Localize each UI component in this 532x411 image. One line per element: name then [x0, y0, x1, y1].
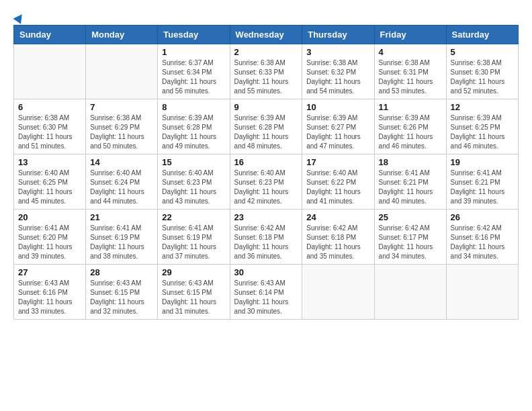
cell-content: Sunrise: 6:41 AM Sunset: 6:19 PM Dayligh… [162, 224, 225, 261]
day-number: 12 [451, 102, 514, 112]
calendar-cell: 14Sunrise: 6:40 AM Sunset: 6:24 PM Dayli… [86, 154, 158, 210]
cell-content: Sunrise: 6:39 AM Sunset: 6:28 PM Dayligh… [162, 113, 225, 151]
calendar-cell: 19Sunrise: 6:41 AM Sunset: 6:21 PM Dayli… [446, 154, 518, 210]
day-number: 19 [451, 157, 514, 167]
calendar-cell: 9Sunrise: 6:39 AM Sunset: 6:28 PM Daylig… [230, 99, 302, 154]
calendar-cell: 20Sunrise: 6:41 AM Sunset: 6:20 PM Dayli… [14, 210, 86, 265]
calendar: SundayMondayTuesdayWednesdayThursdayFrid… [13, 25, 519, 320]
calendar-cell: 11Sunrise: 6:39 AM Sunset: 6:26 PM Dayli… [374, 99, 446, 154]
day-number: 10 [306, 102, 369, 112]
calendar-cell: 18Sunrise: 6:41 AM Sunset: 6:21 PM Dayli… [374, 154, 446, 210]
header [13, 13, 519, 18]
day-number: 26 [451, 212, 514, 222]
cell-content: Sunrise: 6:38 AM Sunset: 6:32 PM Dayligh… [306, 58, 369, 96]
day-number: 16 [234, 157, 298, 167]
calendar-cell: 17Sunrise: 6:40 AM Sunset: 6:22 PM Dayli… [302, 154, 374, 210]
day-number: 5 [451, 47, 514, 57]
cell-content: Sunrise: 6:39 AM Sunset: 6:28 PM Dayligh… [234, 113, 298, 151]
day-number: 28 [90, 267, 153, 277]
day-number: 22 [162, 212, 225, 222]
calendar-cell [374, 265, 446, 320]
calendar-cell: 12Sunrise: 6:39 AM Sunset: 6:25 PM Dayli… [446, 99, 518, 154]
day-number: 17 [306, 157, 369, 167]
cell-content: Sunrise: 6:37 AM Sunset: 6:34 PM Dayligh… [162, 58, 225, 96]
cell-content: Sunrise: 6:42 AM Sunset: 6:17 PM Dayligh… [379, 224, 442, 261]
col-header-thursday: Thursday [302, 26, 374, 44]
calendar-cell: 4Sunrise: 6:38 AM Sunset: 6:31 PM Daylig… [374, 44, 446, 99]
cell-content: Sunrise: 6:38 AM Sunset: 6:30 PM Dayligh… [18, 113, 81, 151]
week-row-3: 13Sunrise: 6:40 AM Sunset: 6:25 PM Dayli… [14, 154, 519, 210]
day-number: 2 [234, 47, 298, 57]
day-number: 3 [306, 47, 369, 57]
calendar-cell: 1Sunrise: 6:37 AM Sunset: 6:34 PM Daylig… [158, 44, 230, 99]
day-number: 11 [379, 102, 442, 112]
calendar-cell: 2Sunrise: 6:38 AM Sunset: 6:33 PM Daylig… [230, 44, 302, 99]
day-number: 21 [90, 212, 153, 222]
cell-content: Sunrise: 6:38 AM Sunset: 6:31 PM Dayligh… [379, 58, 442, 96]
day-number: 18 [379, 157, 442, 167]
calendar-cell: 3Sunrise: 6:38 AM Sunset: 6:32 PM Daylig… [302, 44, 374, 99]
day-number: 6 [18, 102, 81, 112]
calendar-cell: 29Sunrise: 6:43 AM Sunset: 6:15 PM Dayli… [158, 265, 230, 320]
week-row-2: 6Sunrise: 6:38 AM Sunset: 6:30 PM Daylig… [14, 99, 519, 154]
cell-content: Sunrise: 6:41 AM Sunset: 6:20 PM Dayligh… [18, 224, 81, 261]
cell-content: Sunrise: 6:42 AM Sunset: 6:16 PM Dayligh… [451, 224, 514, 261]
cell-content: Sunrise: 6:43 AM Sunset: 6:16 PM Dayligh… [18, 279, 81, 316]
cell-content: Sunrise: 6:39 AM Sunset: 6:25 PM Dayligh… [451, 113, 514, 151]
week-row-1: 1Sunrise: 6:37 AM Sunset: 6:34 PM Daylig… [14, 44, 519, 99]
calendar-cell: 27Sunrise: 6:43 AM Sunset: 6:16 PM Dayli… [14, 265, 86, 320]
cell-content: Sunrise: 6:40 AM Sunset: 6:23 PM Dayligh… [162, 169, 225, 206]
day-number: 14 [90, 157, 153, 167]
calendar-cell [86, 44, 158, 99]
week-row-4: 20Sunrise: 6:41 AM Sunset: 6:20 PM Dayli… [14, 210, 519, 265]
day-number: 7 [90, 102, 153, 112]
cell-content: Sunrise: 6:43 AM Sunset: 6:15 PM Dayligh… [90, 279, 153, 316]
col-header-saturday: Saturday [446, 26, 518, 44]
day-number: 29 [162, 267, 225, 277]
calendar-cell: 23Sunrise: 6:42 AM Sunset: 6:18 PM Dayli… [230, 210, 302, 265]
calendar-cell: 25Sunrise: 6:42 AM Sunset: 6:17 PM Dayli… [374, 210, 446, 265]
calendar-cell: 21Sunrise: 6:41 AM Sunset: 6:19 PM Dayli… [86, 210, 158, 265]
week-row-5: 27Sunrise: 6:43 AM Sunset: 6:16 PM Dayli… [14, 265, 519, 320]
logo-arrow-icon [13, 11, 26, 24]
day-number: 27 [18, 267, 81, 277]
day-number: 23 [234, 212, 298, 222]
cell-content: Sunrise: 6:39 AM Sunset: 6:27 PM Dayligh… [306, 113, 369, 151]
cell-content: Sunrise: 6:42 AM Sunset: 6:18 PM Dayligh… [306, 224, 369, 261]
calendar-cell: 24Sunrise: 6:42 AM Sunset: 6:18 PM Dayli… [302, 210, 374, 265]
calendar-cell: 26Sunrise: 6:42 AM Sunset: 6:16 PM Dayli… [446, 210, 518, 265]
calendar-cell: 30Sunrise: 6:43 AM Sunset: 6:14 PM Dayli… [230, 265, 302, 320]
cell-content: Sunrise: 6:40 AM Sunset: 6:22 PM Dayligh… [306, 169, 369, 206]
cell-content: Sunrise: 6:38 AM Sunset: 6:30 PM Dayligh… [451, 58, 514, 96]
logo [13, 13, 24, 18]
cell-content: Sunrise: 6:38 AM Sunset: 6:29 PM Dayligh… [90, 113, 153, 151]
cell-content: Sunrise: 6:41 AM Sunset: 6:21 PM Dayligh… [451, 169, 514, 206]
day-number: 15 [162, 157, 225, 167]
day-number: 8 [162, 102, 225, 112]
cell-content: Sunrise: 6:38 AM Sunset: 6:33 PM Dayligh… [234, 58, 298, 96]
col-header-friday: Friday [374, 26, 446, 44]
calendar-cell: 22Sunrise: 6:41 AM Sunset: 6:19 PM Dayli… [158, 210, 230, 265]
cell-content: Sunrise: 6:42 AM Sunset: 6:18 PM Dayligh… [234, 224, 298, 261]
calendar-cell: 8Sunrise: 6:39 AM Sunset: 6:28 PM Daylig… [158, 99, 230, 154]
cell-content: Sunrise: 6:41 AM Sunset: 6:19 PM Dayligh… [90, 224, 153, 261]
calendar-cell: 15Sunrise: 6:40 AM Sunset: 6:23 PM Dayli… [158, 154, 230, 210]
cell-content: Sunrise: 6:41 AM Sunset: 6:21 PM Dayligh… [379, 169, 442, 206]
day-number: 13 [18, 157, 81, 167]
col-header-tuesday: Tuesday [158, 26, 230, 44]
day-number: 20 [18, 212, 81, 222]
calendar-cell: 6Sunrise: 6:38 AM Sunset: 6:30 PM Daylig… [14, 99, 86, 154]
calendar-cell: 28Sunrise: 6:43 AM Sunset: 6:15 PM Dayli… [86, 265, 158, 320]
calendar-cell: 13Sunrise: 6:40 AM Sunset: 6:25 PM Dayli… [14, 154, 86, 210]
cell-content: Sunrise: 6:40 AM Sunset: 6:25 PM Dayligh… [18, 169, 81, 206]
cell-content: Sunrise: 6:40 AM Sunset: 6:23 PM Dayligh… [234, 169, 298, 206]
col-header-sunday: Sunday [14, 26, 86, 44]
calendar-header-row: SundayMondayTuesdayWednesdayThursdayFrid… [14, 26, 519, 44]
calendar-cell [446, 265, 518, 320]
day-number: 24 [306, 212, 369, 222]
calendar-cell [14, 44, 86, 99]
calendar-cell: 5Sunrise: 6:38 AM Sunset: 6:30 PM Daylig… [446, 44, 518, 99]
cell-content: Sunrise: 6:39 AM Sunset: 6:26 PM Dayligh… [379, 113, 442, 151]
calendar-cell: 16Sunrise: 6:40 AM Sunset: 6:23 PM Dayli… [230, 154, 302, 210]
cell-content: Sunrise: 6:43 AM Sunset: 6:15 PM Dayligh… [162, 279, 225, 316]
